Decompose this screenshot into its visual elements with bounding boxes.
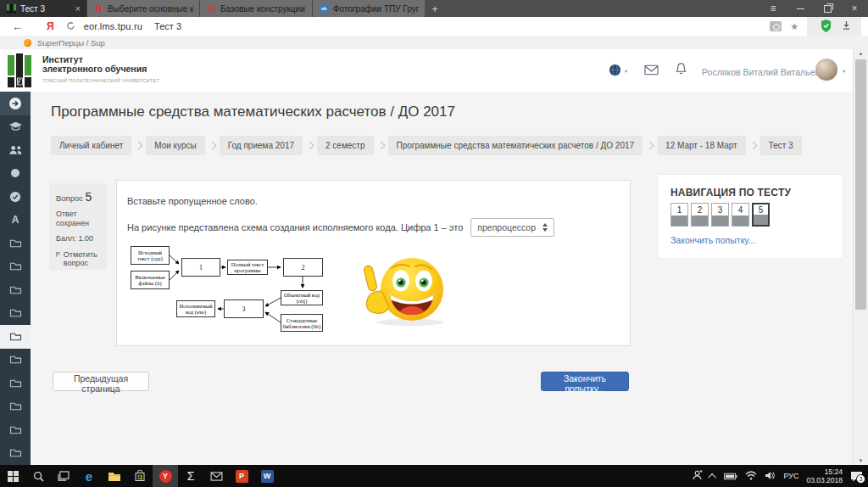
tab-yandex-search[interactable]: Я Выберите основные констр — [86, 0, 199, 17]
taskbar-clock[interactable]: 15:24 03.03.2018 — [806, 467, 843, 484]
tabbar-spacer — [445, 0, 760, 17]
mail-app-icon[interactable] — [203, 465, 229, 487]
language-indicator[interactable]: РУС — [783, 472, 798, 480]
folder-icon — [9, 332, 22, 342]
finish-attempt-button[interactable]: Закончить попытку... — [541, 372, 629, 391]
search-button[interactable] — [25, 465, 51, 487]
answered-marker — [671, 216, 687, 226]
sidebar-item-participants[interactable] — [0, 138, 31, 162]
sidebar-item-folder[interactable] — [0, 395, 31, 419]
badge-dot-icon — [10, 168, 20, 178]
quiznav-button-1[interactable]: 1 — [670, 203, 688, 227]
yandex-logo-icon[interactable]: Я — [47, 20, 54, 32]
folder-icon — [9, 261, 22, 271]
restore-button[interactable] — [814, 0, 841, 17]
sidebar-item-folder[interactable] — [0, 302, 31, 326]
start-button[interactable] — [0, 465, 25, 487]
folder-icon — [9, 308, 22, 318]
quiznav-button-4[interactable]: 4 — [732, 203, 749, 227]
refresh-icon[interactable] — [66, 21, 75, 32]
answer-select[interactable]: препроцессор — [470, 218, 554, 237]
user-menu-caret-icon[interactable]: ▾ — [843, 68, 845, 74]
folder-icon — [9, 285, 22, 295]
action-center-icon[interactable]: 3 — [850, 471, 863, 482]
new-tab-button[interactable]: + — [425, 0, 445, 17]
close-window-button[interactable]: × — [841, 0, 868, 17]
quiznav-button-3[interactable]: 3 — [711, 203, 729, 227]
messages-icon[interactable] — [644, 64, 659, 79]
edge-icon[interactable]: e — [76, 465, 102, 487]
wifi-icon[interactable] — [745, 468, 757, 484]
clock-date: 03.03.2018 — [806, 476, 843, 484]
sidebar-item-folder[interactable] — [0, 349, 31, 372]
scrollbar-thumb[interactable] — [855, 59, 866, 310]
downloads-icon[interactable] — [842, 20, 851, 32]
breadcrumb-course[interactable]: Программные средства математических расч… — [388, 136, 643, 155]
org-title-block: Институт электронного обучения ТОМСКИЙ П… — [42, 55, 159, 83]
sigma-app-icon[interactable]: Σ — [178, 465, 203, 487]
tab-test3[interactable]: Тест 3 × — [0, 0, 86, 17]
quiznav-button-5-current[interactable]: 5 — [752, 203, 770, 227]
tab-constructions[interactable]: Базовые конструкции стру — [199, 0, 312, 17]
scroll-up-icon[interactable]: ▲ — [854, 51, 868, 56]
sidebar-item-folder[interactable] — [0, 255, 31, 279]
people-icon[interactable] — [692, 468, 703, 484]
user-name[interactable]: Росляков Виталий Витальевич — [702, 67, 829, 77]
bookmark-item[interactable]: SuperПерцы / Sup — [37, 38, 105, 48]
adguard-shield-icon[interactable] — [821, 20, 832, 34]
question-text: На рисунке представлена схема создания и… — [127, 222, 463, 232]
url-text[interactable]: eor.lms.tpu.ru — [84, 21, 142, 31]
notifications-bell-icon[interactable] — [675, 62, 687, 79]
yandex-browser-icon[interactable]: Y — [153, 465, 178, 487]
sidebar-item-folder[interactable] — [0, 232, 31, 255]
scroll-down-icon[interactable]: ▼ — [854, 458, 868, 463]
file-explorer-icon[interactable] — [102, 465, 127, 487]
back-button[interactable]: ← — [12, 20, 23, 33]
breadcrumb-year[interactable]: Год приема 2017 — [220, 136, 303, 155]
word-icon[interactable]: W — [254, 465, 280, 487]
previous-page-button[interactable]: Предыдущая страница — [53, 372, 149, 391]
task-view-button[interactable] — [51, 465, 76, 487]
breadcrumb-separator-icon — [306, 142, 314, 150]
folder-icon — [9, 355, 22, 365]
battery-icon[interactable] — [724, 468, 737, 484]
sidebar-item-folder[interactable] — [0, 278, 31, 302]
vk-favicon: vk — [319, 3, 329, 14]
sidebar-item-current[interactable] — [0, 92, 31, 115]
sidebar-item-folder[interactable] — [0, 372, 31, 395]
sidebar-item-folder[interactable] — [0, 418, 31, 442]
finish-attempt-link[interactable]: Закончить попытку... — [670, 235, 755, 245]
powerpoint-icon[interactable]: P — [229, 465, 254, 487]
folder-icon — [9, 448, 22, 458]
tpu-logo[interactable] — [8, 53, 33, 91]
language-caret-icon[interactable]: ▾ — [625, 68, 627, 74]
screenshot-icon[interactable] — [770, 21, 782, 31]
minimize-button[interactable] — [787, 0, 814, 17]
flag-question-link[interactable]: Отметить вопрос — [64, 250, 100, 267]
answer-select-value: препроцессор — [477, 222, 536, 232]
language-globe-icon[interactable] — [609, 64, 621, 80]
quiznav-button-2[interactable]: 2 — [691, 203, 709, 227]
user-avatar[interactable] — [815, 59, 837, 81]
breadcrumb-week[interactable]: 12 Март - 18 Март — [657, 136, 746, 155]
browser-menu-icon[interactable]: ≡ — [760, 0, 787, 17]
breadcrumb-semester[interactable]: 2 семестр — [317, 136, 373, 155]
desktop-screen: Тест 3 × Я Выберите основные констр Базо… — [0, 0, 868, 487]
bookmark-star-icon[interactable]: ★ — [790, 21, 798, 32]
tab-close-icon[interactable]: × — [74, 3, 81, 14]
sidebar-item-competencies[interactable] — [0, 185, 31, 209]
tab-vk-photos[interactable]: vk Фотографии ТПУ Группа 3 — [312, 0, 425, 17]
sidebar-item-course[interactable] — [0, 115, 31, 139]
sidebar-item-grades[interactable]: A — [0, 209, 31, 232]
breadcrumb-dashboard[interactable]: Личный кабинет — [51, 136, 131, 155]
tray-expand-chevron-icon[interactable] — [709, 473, 717, 481]
sidebar-item-badges[interactable] — [0, 162, 31, 186]
store-icon[interactable] — [127, 465, 153, 487]
graduation-cap-icon — [8, 121, 23, 132]
volume-icon[interactable] — [765, 468, 776, 484]
breadcrumb-my-courses[interactable]: Мои курсы — [146, 136, 205, 155]
breadcrumb-separator-icon — [208, 142, 216, 150]
sidebar-item-folder[interactable] — [0, 442, 31, 466]
sidebar-item-folder-current[interactable] — [0, 325, 31, 349]
page-scrollbar[interactable]: ▲ ▼ — [853, 49, 868, 465]
